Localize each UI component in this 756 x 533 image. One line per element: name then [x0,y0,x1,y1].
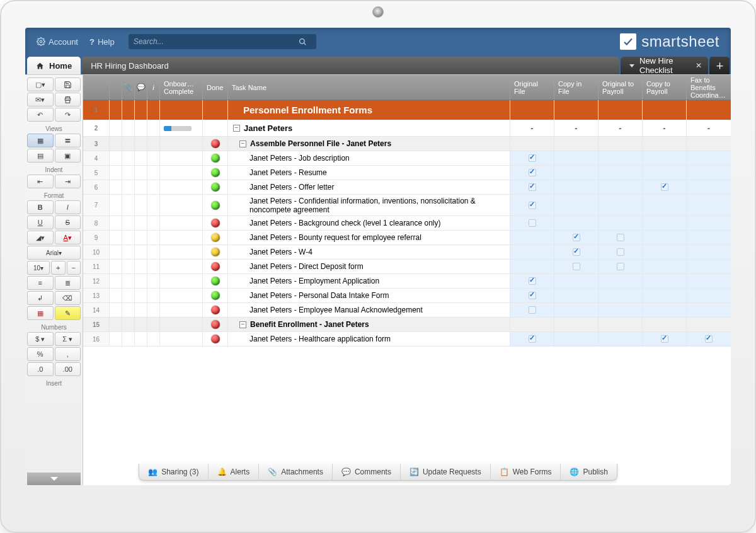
col-copy-payroll[interactable]: Copy to Payroll [643,75,687,100]
undo-button[interactable]: ↶ [27,108,54,122]
checkbox-unchecked[interactable] [617,234,624,241]
tab-active[interactable]: New Hire Checklist ✕ [621,57,708,74]
group-row[interactable]: 15 −Benefit Enrollment - Janet Peters [83,318,731,332]
task-name[interactable]: Janet Peters - Resume [228,166,510,180]
rownum-header[interactable] [83,75,110,100]
rownum[interactable]: 6 [83,180,110,194]
expand-col[interactable] [110,75,122,100]
rownum[interactable]: 5 [83,166,110,180]
table-row[interactable]: 14 Janet Peters - Employee Manual Acknow… [83,303,731,318]
account-link[interactable]: Account [37,37,78,47]
rownum[interactable]: 8 [83,216,110,230]
close-icon[interactable]: ✕ [696,61,702,70]
tab-dashboard[interactable]: HR Hiring Dashboard [82,57,619,74]
font-size-up[interactable]: + [51,261,66,275]
checkbox-checked[interactable] [705,335,713,343]
checkbox-unchecked[interactable] [529,219,536,227]
table-row[interactable]: 9 Janet Peters - Bounty request for empl… [83,231,731,245]
table-row[interactable]: 16 Janet Peters - Healthcare application… [83,332,731,347]
task-name[interactable]: Janet Peters - Background check (level 1… [228,216,510,230]
tab-home[interactable]: Home [27,57,81,74]
col-done[interactable]: Done [203,75,228,100]
col-fax-benefits[interactable]: Fax to Benefits Coordina… [687,75,731,100]
collapse-icon[interactable]: − [239,321,246,328]
update-requests-button[interactable]: 🔄Update Requests [401,464,491,480]
search-input[interactable] [129,34,299,49]
bold-button[interactable]: B [27,200,54,214]
checkbox-unchecked[interactable] [617,263,624,270]
checkbox-checked[interactable] [573,248,580,256]
wrap-button[interactable]: ↲ [27,291,54,305]
percent-button[interactable]: % [27,347,54,361]
checkbox-unchecked[interactable] [573,263,580,270]
task-name[interactable]: Janet Peters - Direct Deposit form [228,260,510,273]
indent-button[interactable]: ⇥ [55,175,81,188]
rownum[interactable]: 14 [83,303,110,317]
chevron-down-icon[interactable] [629,64,634,67]
task-name[interactable]: Janet Peters - W-4 [228,245,510,259]
task-name[interactable]: Janet Peters - Personal Data Intake Form [228,289,510,302]
alerts-button[interactable]: 🔔Alerts [209,464,260,480]
task-name[interactable]: Janet Peters - Employee Manual Acknowled… [228,303,510,317]
attachments-button[interactable]: 📎Attachments [259,464,333,480]
strike-button[interactable]: S [55,215,81,229]
clear-format-button[interactable]: ⌫ [55,291,81,305]
align-top-button[interactable]: ≣ [55,276,81,290]
task-name[interactable]: Janet Peters - Bounty request for employ… [228,231,510,244]
rownum[interactable]: 11 [83,260,110,273]
section-row[interactable]: 1 Personnel Enrollment Forms [83,100,731,120]
col-task[interactable]: Task Name [228,75,510,100]
table-row[interactable]: 12 Janet Peters - Employment Application [83,274,731,289]
web-forms-button[interactable]: 📋Web Forms [491,464,561,480]
table-row[interactable]: 5 Janet Peters - Resume [83,166,731,180]
decrease-decimal-button[interactable]: .0 [27,362,54,376]
task-name[interactable]: Janet Peters - Job description [228,151,510,165]
table-row[interactable]: 6 Janet Peters - Offer letter [83,180,731,195]
redo-button[interactable]: ↷ [55,108,81,122]
underline-button[interactable]: U [27,215,54,229]
checkbox-checked[interactable] [661,335,668,343]
thousands-button[interactable]: , [55,347,81,361]
rownum[interactable]: 9 [83,231,110,244]
rownum[interactable]: 1 [83,100,110,120]
person-row[interactable]: 2 −Janet Peters ----- [83,120,731,137]
comments-button[interactable]: 💬Comments [333,464,401,480]
rownum[interactable]: 10 [83,245,110,259]
sharing-button[interactable]: 👥Sharing (3) [139,464,208,480]
table-row[interactable]: 8 Janet Peters - Background check (level… [83,216,731,231]
checkbox-checked[interactable] [529,292,536,299]
rownum[interactable]: 12 [83,274,110,288]
col-original-payroll[interactable]: Original to Payroll [598,75,643,100]
checkbox-unchecked[interactable] [617,248,624,256]
checkbox-unchecked[interactable] [529,306,536,314]
task-name[interactable]: Janet Peters - Employment Application [228,274,510,288]
table-row[interactable]: 11 Janet Peters - Direct Deposit form [83,260,731,274]
font-select[interactable]: Arial ▾ [27,246,81,260]
font-color-button[interactable]: A▾ [55,231,81,244]
checkbox-checked[interactable] [529,154,536,162]
col-onboard[interactable]: Onboar… Complete [160,75,203,100]
rownum[interactable]: 2 [83,120,110,136]
align-left-button[interactable]: ≡ [27,276,54,290]
highlight-button[interactable]: ✎ [55,306,81,320]
font-size-select[interactable]: 10 ▾ [27,261,50,275]
conditional-format-button[interactable]: ▦ [27,306,54,320]
card-view-button[interactable]: ▤ [27,149,54,163]
checkbox-checked[interactable] [573,234,580,241]
table-row[interactable]: 7 Janet Peters - Confidential informatio… [83,195,731,216]
group-row[interactable]: 3 −Assemble Personnel File - Janet Peter… [83,137,731,151]
fill-color-button[interactable]: ◢▾ [27,231,54,244]
rownum[interactable]: 15 [83,318,110,331]
italic-button[interactable]: I [55,200,81,214]
checkbox-checked[interactable] [529,277,536,285]
task-name[interactable]: Janet Peters - Healthcare application fo… [228,332,510,346]
calendar-view-button[interactable]: ▣ [55,149,81,163]
rownum[interactable]: 7 [83,195,110,215]
grid-view-button[interactable]: ▦ [27,134,54,147]
new-sheet-button[interactable]: ▢▾ [27,77,54,91]
rownum[interactable]: 4 [83,151,110,165]
task-name[interactable]: Janet Peters - Confidential information,… [228,195,510,215]
rownum[interactable]: 16 [83,332,110,346]
task-name[interactable]: Janet Peters - Offer letter [228,180,510,194]
font-size-down[interactable]: − [67,261,81,275]
